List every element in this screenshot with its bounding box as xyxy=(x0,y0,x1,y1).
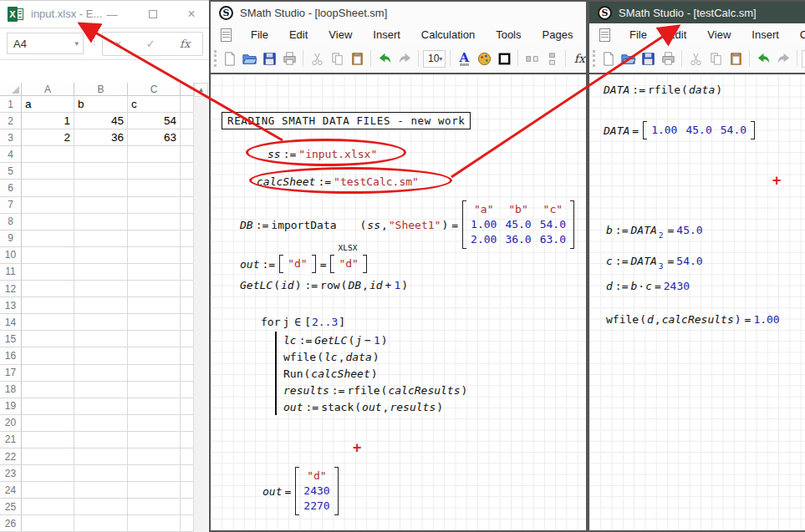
cell[interactable] xyxy=(74,214,128,231)
row-header[interactable]: 3 xyxy=(0,129,22,146)
column-header-a[interactable]: A xyxy=(22,83,74,96)
row-header[interactable]: 24 xyxy=(0,482,22,499)
cell[interactable] xyxy=(22,197,74,214)
cell[interactable] xyxy=(128,214,181,231)
new-file-icon[interactable] xyxy=(599,49,617,68)
open-file-icon[interactable] xyxy=(240,49,258,68)
expr-c[interactable]: c := DATA 3 = 54.0 xyxy=(606,255,703,267)
cell-stub[interactable] xyxy=(181,499,193,515)
row-header[interactable]: 18 xyxy=(0,382,22,398)
cell[interactable] xyxy=(128,398,181,415)
cell[interactable] xyxy=(128,146,181,163)
cell-stub[interactable] xyxy=(181,96,193,113)
expr-data-show[interactable]: DATA = 1.00 45.0 54.0 xyxy=(604,121,757,139)
cell-stub[interactable] xyxy=(181,163,193,180)
cell[interactable] xyxy=(128,264,181,281)
expr-b[interactable]: b := DATA 2 = 45.0 xyxy=(606,224,703,236)
cell-stub[interactable] xyxy=(181,448,193,465)
cell[interactable] xyxy=(128,465,181,482)
cell-stub[interactable] xyxy=(181,129,193,146)
paste-icon[interactable] xyxy=(348,49,366,68)
cell[interactable]: 45 xyxy=(74,113,128,129)
cell-stub[interactable] xyxy=(181,231,193,247)
cell-stub[interactable] xyxy=(181,465,193,482)
scroll-up-button[interactable]: ▲ xyxy=(194,83,208,97)
cell[interactable] xyxy=(128,415,181,432)
cell[interactable] xyxy=(22,297,74,314)
font-size-select[interactable]: 10 ▾ xyxy=(423,50,446,68)
cell[interactable] xyxy=(22,382,74,398)
cell[interactable] xyxy=(22,347,74,364)
cell-stub[interactable] xyxy=(181,482,193,499)
column-header-c[interactable]: C xyxy=(128,83,181,96)
cell[interactable] xyxy=(74,197,128,214)
row-header[interactable]: 11 xyxy=(0,264,22,281)
cell[interactable] xyxy=(128,448,181,465)
redo-icon[interactable] xyxy=(395,49,414,68)
menu-tools[interactable]: Tools xyxy=(494,27,522,43)
cell[interactable] xyxy=(128,482,181,499)
cell[interactable] xyxy=(22,281,74,297)
cell[interactable] xyxy=(128,365,181,382)
cell[interactable] xyxy=(74,163,128,180)
cell-stub[interactable] xyxy=(181,264,193,281)
expr-getlc-definition[interactable]: GetLC ( id ) := row ( DB , id + 1 ) xyxy=(240,279,409,291)
cell[interactable] xyxy=(128,382,181,398)
cell[interactable] xyxy=(22,515,74,532)
cancel-icon[interactable]: × xyxy=(115,38,122,50)
cell[interactable] xyxy=(128,297,181,314)
font-color-icon[interactable]: A xyxy=(455,49,473,68)
cell[interactable] xyxy=(22,214,74,231)
menu-view[interactable]: View xyxy=(327,27,354,43)
row-header[interactable]: 17 xyxy=(0,365,22,382)
cell-stub[interactable] xyxy=(181,347,193,364)
row-header[interactable]: 20 xyxy=(0,415,22,432)
cell-stub[interactable] xyxy=(181,113,193,129)
maximize-button[interactable] xyxy=(135,1,171,28)
row-header[interactable]: 7 xyxy=(0,197,22,214)
cell-stub[interactable] xyxy=(181,314,193,331)
cell[interactable] xyxy=(74,448,128,465)
cell[interactable] xyxy=(22,247,74,264)
cut-icon[interactable] xyxy=(308,49,326,68)
row-header[interactable]: 1 xyxy=(0,96,22,113)
cell[interactable] xyxy=(74,465,128,482)
cell[interactable] xyxy=(22,398,74,415)
cell-stub[interactable] xyxy=(181,432,193,448)
expr-out-definition[interactable]: out := "d" = "d" xyxy=(240,255,369,273)
loop-line-getlc[interactable]: lc:=GetLC(j−1) xyxy=(283,332,468,348)
font-size-select[interactable]: 10 xyxy=(802,50,805,68)
expr-data-read[interactable]: DATA := rfile ( data ) xyxy=(604,84,723,96)
cell[interactable] xyxy=(22,163,74,180)
column-header-stub[interactable] xyxy=(181,83,193,96)
cell[interactable] xyxy=(74,398,128,415)
row-header[interactable]: 2 xyxy=(0,113,22,129)
cell[interactable] xyxy=(128,347,181,364)
expr-d[interactable]: d := b · c = 2430 xyxy=(606,280,690,292)
menu-insert[interactable]: Insert xyxy=(750,27,781,43)
cell[interactable] xyxy=(22,231,74,247)
cell[interactable]: 1 xyxy=(22,113,74,129)
row-header[interactable]: 6 xyxy=(0,180,22,196)
cell[interactable] xyxy=(74,297,128,314)
cell-stub[interactable] xyxy=(181,382,193,398)
row-header[interactable]: 26 xyxy=(0,515,22,532)
cell[interactable] xyxy=(128,432,181,448)
open-file-icon[interactable] xyxy=(619,49,637,68)
cell[interactable] xyxy=(128,197,181,214)
cell[interactable] xyxy=(22,482,74,499)
row-header[interactable]: 5 xyxy=(0,163,22,180)
loop-line-stack[interactable]: out:=stack(out,results) xyxy=(283,398,468,415)
cell-stub[interactable] xyxy=(181,297,193,314)
select-all-corner[interactable] xyxy=(0,83,22,96)
cell-stub[interactable] xyxy=(181,398,193,415)
row-header[interactable]: 8 xyxy=(0,214,22,231)
cell[interactable] xyxy=(74,365,128,382)
cell-stub[interactable] xyxy=(181,214,193,231)
loopsheet-canvas[interactable]: READING SMATH DATA FILES - new work ss :… xyxy=(211,73,586,530)
testcalc-canvas[interactable]: DATA := rfile ( data ) DATA = 1.00 45.0 … xyxy=(589,73,805,530)
enter-icon[interactable]: ✓ xyxy=(146,38,155,50)
border-icon[interactable] xyxy=(495,49,513,68)
row-header[interactable]: 21 xyxy=(0,432,22,448)
menu-pages[interactable]: Pages xyxy=(541,27,575,43)
